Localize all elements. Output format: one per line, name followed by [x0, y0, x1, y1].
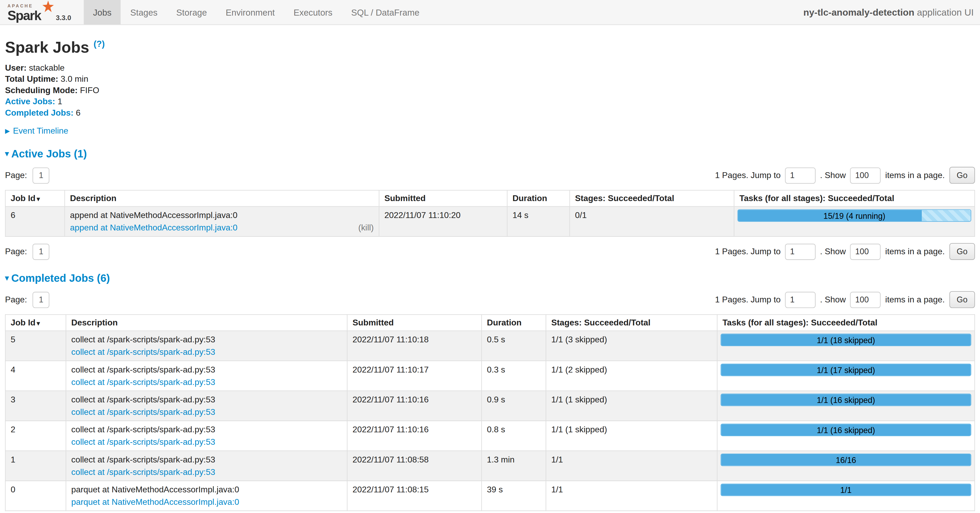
- job-description-link[interactable]: collect at /spark-scripts/spark-ad.py:53: [71, 377, 215, 388]
- show-text: . Show: [820, 171, 846, 180]
- collapse-down-icon: ▾: [5, 274, 9, 283]
- completed-jobs-link[interactable]: Completed Jobs:: [5, 108, 73, 117]
- jump-to-input[interactable]: [785, 167, 816, 183]
- collapse-right-icon: ▶: [5, 128, 10, 135]
- application-name-bold: ny-tlc-anomaly-detection: [803, 7, 914, 17]
- tasks-cell: 1/1: [717, 481, 975, 511]
- job-description-link[interactable]: append at NativeMethodAccessorImpl.java:…: [70, 222, 237, 233]
- column-header-duration[interactable]: Duration: [482, 315, 546, 331]
- column-header-job-id[interactable]: Job Id▾: [5, 191, 65, 206]
- submitted-cell: 2022/11/07 11:08:15: [347, 481, 482, 511]
- progress-label: 15/19 (4 running): [738, 210, 971, 222]
- top-nav: APACHE Spark 3.3.0 Jobs Stages Storage E…: [0, 0, 980, 25]
- spark-version: 3.3.0: [56, 14, 71, 22]
- tasks-progress-bar: 1/1 (17 skipped): [721, 364, 971, 376]
- column-header-job-id[interactable]: Job Id▾: [5, 315, 66, 331]
- tasks-progress-bar: 1/1: [721, 484, 971, 496]
- table-row: 2 collect at /spark-scripts/spark-ad.py:…: [5, 421, 975, 451]
- column-header-stages[interactable]: Stages: Succeeded/Total: [546, 315, 717, 331]
- stages-cell: 1/1 (2 skipped): [546, 361, 717, 391]
- info-completed-jobs: Completed Jobs: 6: [5, 107, 975, 118]
- description-cell: collect at /spark-scripts/spark-ad.py:53…: [66, 391, 347, 421]
- go-button[interactable]: Go: [949, 167, 975, 184]
- help-link[interactable]: (?): [94, 39, 105, 49]
- show-items-input[interactable]: [850, 167, 881, 183]
- progress-label: 1/1 (16 skipped): [721, 394, 970, 407]
- job-description-link[interactable]: collect at /spark-scripts/spark-ad.py:53: [71, 437, 215, 447]
- spark-logo[interactable]: APACHE Spark: [7, 4, 53, 22]
- show-items-input[interactable]: [850, 292, 881, 308]
- page-number-button[interactable]: 1: [33, 244, 49, 260]
- show-text: . Show: [820, 247, 846, 256]
- stages-cell: 1/1: [546, 481, 717, 511]
- column-header-tasks[interactable]: Tasks (for all stages): Succeeded/Total: [734, 191, 975, 206]
- tab-storage[interactable]: Storage: [167, 0, 216, 24]
- application-name-suffix: application UI: [914, 7, 974, 17]
- progress-label: 1/1: [721, 484, 970, 496]
- page-number-button[interactable]: 1: [33, 292, 49, 308]
- column-header-duration[interactable]: Duration: [507, 191, 570, 206]
- active-jobs-link[interactable]: Active Jobs:: [5, 97, 55, 106]
- page-label: Page:: [5, 247, 27, 256]
- table-row: 5 collect at /spark-scripts/spark-ad.py:…: [5, 331, 975, 361]
- page-number-button[interactable]: 1: [33, 167, 49, 183]
- active-pagination-top: Page: 1 1 Pages. Jump to . Show items in…: [5, 167, 975, 184]
- job-description: collect at /spark-scripts/spark-ad.py:53: [71, 394, 342, 405]
- event-timeline-link[interactable]: Event Timeline: [13, 127, 68, 136]
- tab-executors[interactable]: Executors: [284, 0, 342, 24]
- sort-desc-icon: ▾: [37, 320, 40, 327]
- column-header-submitted[interactable]: Submitted: [347, 315, 482, 331]
- column-header-description[interactable]: Description: [66, 315, 347, 331]
- job-description: append at NativeMethodAccessorImpl.java:…: [70, 210, 374, 221]
- spark-wordmark: Spark: [7, 9, 41, 22]
- tab-jobs[interactable]: Jobs: [84, 0, 121, 24]
- job-id-cell: 5: [5, 331, 66, 361]
- application-name: ny-tlc-anomaly-detection application UI: [803, 0, 980, 24]
- tab-stages[interactable]: Stages: [121, 0, 167, 24]
- go-button[interactable]: Go: [949, 291, 975, 308]
- spark-brand[interactable]: APACHE Spark 3.3.0: [0, 0, 76, 24]
- info-user-value: stackable: [29, 63, 65, 73]
- job-description-link[interactable]: collect at /spark-scripts/spark-ad.py:53: [71, 347, 215, 357]
- column-header-submitted[interactable]: Submitted: [379, 191, 507, 206]
- column-header-stages[interactable]: Stages: Succeeded/Total: [570, 191, 734, 206]
- completed-pagination-top: Page: 1 1 Pages. Jump to . Show items in…: [5, 291, 975, 308]
- tab-sql-dataframe[interactable]: SQL / DataFrame: [342, 0, 429, 24]
- go-button[interactable]: Go: [949, 243, 975, 260]
- tasks-progress-bar: 16/16: [721, 454, 971, 466]
- page-label: Page:: [5, 295, 27, 304]
- info-active-jobs-value: 1: [57, 97, 62, 106]
- job-description-link[interactable]: collect at /spark-scripts/spark-ad.py:53: [71, 407, 215, 418]
- duration-cell: 0.3 s: [482, 361, 546, 391]
- description-cell: collect at /spark-scripts/spark-ad.py:53…: [66, 421, 347, 451]
- table-row: 4 collect at /spark-scripts/spark-ad.py:…: [5, 361, 975, 391]
- pages-jump-text: 1 Pages. Jump to: [715, 247, 781, 256]
- duration-cell: 39 s: [482, 481, 546, 511]
- event-timeline-toggle[interactable]: ▶Event Timeline: [5, 127, 975, 136]
- job-description-link[interactable]: collect at /spark-scripts/spark-ad.py:53: [71, 467, 215, 478]
- show-items-input[interactable]: [850, 244, 881, 260]
- stages-cell: 1/1: [546, 451, 717, 481]
- page-content: Spark Jobs (?) User: stackable Total Upt…: [0, 35, 980, 513]
- nav-tabs: Jobs Stages Storage Environment Executor…: [84, 0, 429, 24]
- job-description-link[interactable]: parquet at NativeMethodAccessorImpl.java…: [71, 497, 239, 507]
- active-jobs-heading[interactable]: ▾Active Jobs (1): [5, 148, 975, 160]
- summary-info: User: stackable Total Uptime: 3.0 min Sc…: [5, 63, 975, 118]
- column-header-tasks[interactable]: Tasks (for all stages): Succeeded/Total: [717, 315, 975, 331]
- stages-cell: 1/1 (1 skipped): [546, 391, 717, 421]
- description-cell: collect at /spark-scripts/spark-ad.py:53…: [66, 361, 347, 391]
- items-text: items in a page.: [885, 247, 945, 256]
- duration-cell: 0.5 s: [482, 331, 546, 361]
- column-header-description[interactable]: Description: [65, 191, 379, 206]
- active-jobs-table: Job Id▾ Description Submitted Duration S…: [5, 190, 975, 237]
- submitted-cell: 2022/11/07 11:10:17: [347, 361, 482, 391]
- tasks-progress-bar: 1/1 (18 skipped): [721, 334, 971, 346]
- job-id-cell: 6: [5, 206, 65, 237]
- jump-to-input[interactable]: [785, 292, 816, 308]
- tab-environment[interactable]: Environment: [216, 0, 284, 24]
- pages-jump-text: 1 Pages. Jump to: [715, 171, 781, 180]
- submitted-cell: 2022/11/07 11:10:16: [347, 421, 482, 451]
- completed-jobs-heading[interactable]: ▾Completed Jobs (6): [5, 273, 975, 285]
- kill-job-link[interactable]: (kill): [358, 222, 374, 233]
- jump-to-input[interactable]: [785, 244, 816, 260]
